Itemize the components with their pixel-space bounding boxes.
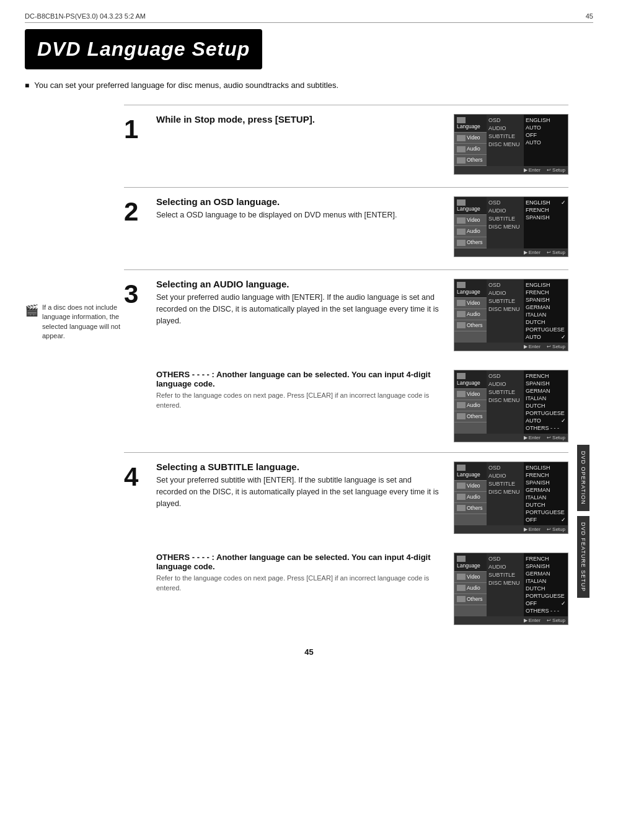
osd-sidebar-3: Language Video Audio Others <box>454 279 487 343</box>
top-bar: DC-B8CB1N-PS(VE3.0) 04.3.23 5:2 AM 45 <box>25 12 593 23</box>
step-3-others: OTHERS - - - - : Another language can be… <box>124 364 568 442</box>
osd-screen-2: Language Video Audio Others OSD AUDIO SU… <box>454 196 568 257</box>
right-tab-dvd-feature: DVD FEATURE SETUP <box>577 516 589 598</box>
step-number-1: 1 <box>124 116 146 142</box>
step-number-3: 3 <box>124 281 146 307</box>
osd-sidebar-4b: Language Video Audio Others <box>454 553 487 616</box>
osd-screen-3b: Language Video Audio Others OSD AUDIO SU… <box>454 370 568 442</box>
step-number-4: 4 <box>124 464 146 490</box>
osd-screen-4: Language Video Audio Others OSD AUDIO SU… <box>454 462 568 534</box>
osd-sidebar-2: Language Video Audio Others <box>454 197 487 248</box>
intro-text: You can set your preferred language for … <box>25 81 593 90</box>
osd-screen-1: Language Video Audio Others OSD AUDIO SU… <box>454 114 568 175</box>
osd-sidebar-3b: Language Video Audio Others <box>454 370 487 434</box>
top-bar-page: 45 <box>586 12 593 20</box>
step-1-text: While in Stop mode, press [SETUP]. <box>156 114 444 127</box>
step-2-text: Selecting an OSD language. Select a OSD … <box>156 196 444 221</box>
osd-sidebar-1: Language Video Audio Others <box>454 115 487 166</box>
page-title: DVD Language Setup <box>25 29 262 69</box>
step-3-text: Selecting an AUDIO language. Set your pr… <box>156 279 444 326</box>
side-note: 🎬 If a disc does not include language in… <box>25 105 124 635</box>
step-4-text: Selecting a SUBTITLE language. Set your … <box>156 462 444 509</box>
title-text: DVD Language Setup <box>37 38 250 60</box>
step-1: 1 While in Stop mode, press [SETUP]. Lan… <box>124 105 568 175</box>
step-3: 3 Selecting an AUDIO language. Set your … <box>124 269 568 351</box>
osd-screen-4b: Language Video Audio Others OSD AUDIO SU… <box>454 553 568 625</box>
right-tab-dvd-operation: DVD OPERATION <box>577 445 589 511</box>
top-bar-left: DC-B8CB1N-PS(VE3.0) 04.3.23 5:2 AM <box>25 12 146 20</box>
page-number: 45 <box>25 647 593 657</box>
step-4: 4 Selecting a SUBTITLE language. Set you… <box>124 452 568 534</box>
steps-container: 1 While in Stop mode, press [SETUP]. Lan… <box>124 105 568 635</box>
step-number-2: 2 <box>124 199 146 225</box>
step-2: 2 Selecting an OSD language. Select a OS… <box>124 187 568 257</box>
osd-sidebar-4: Language Video Audio Others <box>454 462 487 525</box>
step-4-others: OTHERS - - - - : Another language can be… <box>124 546 568 625</box>
osd-screen-3: Language Video Audio Others OSD AUDIO SU… <box>454 279 568 351</box>
